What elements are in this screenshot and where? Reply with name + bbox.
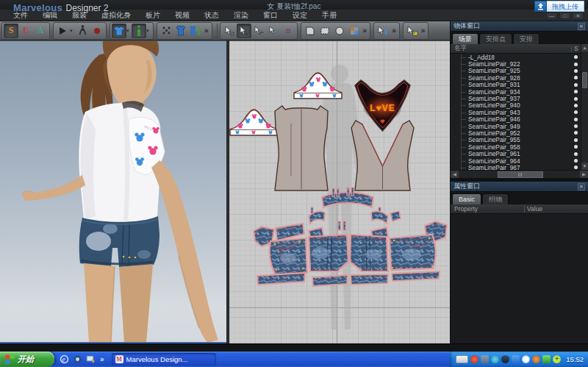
pattern-piece-shorts-panel-2[interactable] <box>309 235 348 271</box>
texture-tool-button[interactable] <box>347 24 362 38</box>
garment-dropdown[interactable]: ▾ <box>126 28 132 34</box>
show-desktop-icon[interactable] <box>85 354 96 365</box>
visibility-dot-icon[interactable] <box>574 83 578 87</box>
pattern-piece-back-bodice[interactable] <box>275 106 328 190</box>
texture-transform-tool-button[interactable] <box>405 24 420 38</box>
visibility-dot-icon[interactable] <box>574 110 578 114</box>
visibility-dot-icon[interactable] <box>574 124 578 128</box>
column-property[interactable]: Property <box>454 205 524 213</box>
garment-show-button[interactable] <box>173 24 188 38</box>
scroll-up-icon[interactable]: ▲ <box>581 44 588 51</box>
tray-icon-red[interactable] <box>470 355 478 363</box>
visibility-dot-icon[interactable] <box>574 69 578 73</box>
garment-fit-button[interactable] <box>188 24 203 38</box>
show-garment-button[interactable] <box>112 24 126 38</box>
scroll-down-icon[interactable]: ▼ <box>581 163 588 170</box>
object-list-item[interactable]: SeamLinePair_937 <box>451 95 581 101</box>
tab-scene[interactable]: 场景 <box>452 33 478 44</box>
tray-icon-update[interactable]: + <box>553 355 561 363</box>
arrangement-points-button[interactable] <box>159 24 173 38</box>
pattern-piece-shorts-panel-3[interactable] <box>350 235 388 271</box>
visibility-dot-icon[interactable] <box>574 76 578 79</box>
tray-icon-slate[interactable] <box>481 355 489 363</box>
edit-mode-button[interactable]: E <box>18 24 33 38</box>
object-list-item[interactable]: SeamLinePair_967 <box>451 164 581 170</box>
taskbar-task-marvelous[interactable]: M Marvelous Design... <box>112 353 216 366</box>
add-point-tool-button[interactable] <box>281 24 295 38</box>
column-name[interactable]: 名字 <box>454 44 571 53</box>
object-list-vscrollbar[interactable]: ▲ ▼ <box>581 44 588 170</box>
ie-icon[interactable]: e <box>59 354 69 365</box>
polygon-tool-button[interactable] <box>303 24 318 38</box>
avatar-mode-button[interactable]: A <box>33 24 48 38</box>
select-tool-button[interactable] <box>222 24 237 38</box>
browser-icon[interactable] <box>72 354 82 365</box>
tray-icon-green[interactable] <box>542 355 551 363</box>
visibility-dot-icon[interactable] <box>574 138 578 142</box>
visibility-dot-icon[interactable] <box>574 159 578 163</box>
tab-basic[interactable]: Basic <box>452 193 481 204</box>
maximize-button[interactable]: □ <box>559 13 570 19</box>
visibility-dot-icon[interactable] <box>574 55 578 59</box>
pattern-piece-sleeve-cap-b[interactable] <box>230 110 278 135</box>
select-mesh-tool-button[interactable]: m <box>237 24 251 38</box>
drag-upload-button[interactable]: 拖拽上传 <box>534 1 584 12</box>
object-list-item[interactable]: SeamLinePair_961 <box>451 150 581 157</box>
tray-icon-white[interactable] <box>522 355 530 363</box>
play-dropdown[interactable]: ▾ <box>70 28 75 34</box>
object-list-item[interactable]: SeamLinePair_958 <box>451 143 581 150</box>
pattern-piece-love-yoke[interactable]: L♥VE <box>355 80 410 131</box>
vscroll-thumb[interactable] <box>582 72 587 88</box>
avatar-dropdown[interactable]: ▾ <box>146 28 151 34</box>
object-list-hscrollbar[interactable]: ◀ ▶ <box>451 170 588 178</box>
close-button[interactable]: ✕ <box>573 13 584 19</box>
pattern-piece-shorts-panel-4[interactable] <box>390 235 436 270</box>
object-list-item[interactable]: SeamLinePair_928 <box>451 74 581 81</box>
language-bar-icon[interactable] <box>456 355 468 363</box>
visibility-dot-icon[interactable] <box>574 145 578 149</box>
show-avatar-button[interactable] <box>132 24 146 38</box>
object-list-item[interactable]: SeamLinePair_922 <box>451 60 581 67</box>
pin-tool-button[interactable] <box>376 24 390 38</box>
toolbar-overflow[interactable]: » <box>203 26 210 35</box>
object-list-item[interactable]: SeamLinePair_943 <box>451 109 581 115</box>
tray-icon-orange[interactable] <box>532 355 540 363</box>
hscroll-thumb[interactable] <box>498 171 543 178</box>
column-value[interactable]: Value <box>527 205 584 213</box>
viewport-3d[interactable]: PILU <box>0 40 226 343</box>
simulate-button[interactable]: S <box>4 24 18 38</box>
pattern-piece-back-yoke-left[interactable] <box>276 224 304 240</box>
edit-curve-tool-button[interactable] <box>251 24 266 38</box>
quick-launch-overflow[interactable]: » <box>98 355 106 363</box>
minimize-button[interactable]: — <box>546 13 557 19</box>
tab-fabric[interactable]: 织物 <box>482 193 509 204</box>
object-list-item[interactable]: SeamLinePair_955 <box>451 137 581 143</box>
edit-curvature-tool-button[interactable] <box>266 24 281 38</box>
visibility-dot-icon[interactable] <box>574 104 578 107</box>
property-window-close-icon[interactable]: ✕ <box>578 183 585 190</box>
tab-arrangement-points[interactable]: 安排点 <box>479 33 512 44</box>
visibility-dot-icon[interactable] <box>574 152 578 156</box>
scroll-left-icon[interactable]: ◀ <box>451 171 459 179</box>
pattern-piece-side-band-right[interactable] <box>371 207 401 224</box>
walk-button[interactable] <box>75 24 90 38</box>
visibility-dot-icon[interactable] <box>574 90 578 93</box>
texture-overflow[interactable]: » <box>420 26 427 35</box>
pattern-piece-side-band-left[interactable] <box>309 207 325 224</box>
record-button[interactable] <box>90 24 104 38</box>
object-list-item[interactable]: SeamLinePair_934 <box>451 88 581 95</box>
visibility-dot-icon[interactable] <box>574 97 578 101</box>
circle-tool-button[interactable] <box>332 24 347 38</box>
pin-overflow[interactable]: » <box>390 26 398 35</box>
object-list-item[interactable]: SeamLinePair_925 <box>451 68 581 74</box>
object-list-item[interactable]: -L_Add18 <box>451 54 581 60</box>
object-list-item[interactable]: SeamLinePair_952 <box>451 129 581 136</box>
pattern-piece-shorts-panel-1[interactable] <box>270 238 307 274</box>
object-list-item[interactable]: SeamLinePair_931 <box>451 82 581 88</box>
tab-arrangement[interactable]: 安排 <box>513 33 539 44</box>
tray-icon-blue[interactable] <box>512 355 520 363</box>
play-button[interactable] <box>55 24 70 38</box>
start-button[interactable]: 开始 <box>0 352 54 367</box>
tray-icon-navy[interactable] <box>501 355 509 363</box>
tray-icon-teal[interactable] <box>491 355 499 363</box>
